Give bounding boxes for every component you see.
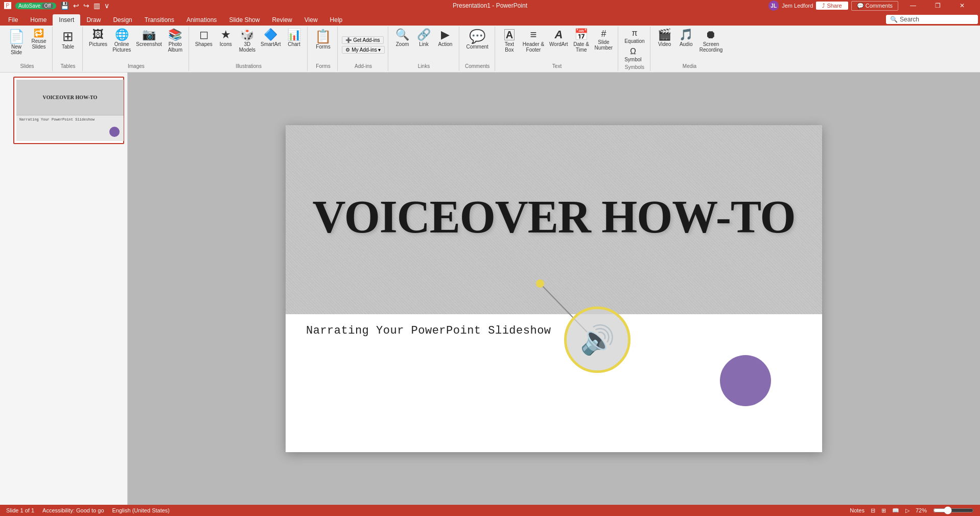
slide-subtitle: Narrating Your PowerPoint Slideshow bbox=[306, 324, 551, 337]
presentation-mode-icon[interactable]: ▥ bbox=[94, 2, 100, 10]
slide-number-button[interactable]: # SlideNumber bbox=[593, 28, 615, 52]
forms-buttons: 📋 Forms bbox=[312, 28, 334, 62]
ribbon-group-comments: 💬 Comment Comments bbox=[460, 27, 495, 71]
tab-slideshow[interactable]: Slide Show bbox=[223, 14, 266, 26]
text-box-button[interactable]: A TextBox bbox=[499, 28, 520, 54]
table-button[interactable]: ⊞ Table bbox=[57, 28, 79, 52]
view-reading-icon[interactable]: 📖 bbox=[892, 507, 899, 514]
new-slide-button[interactable]: 📄 NewSlide bbox=[5, 28, 28, 57]
comment-button[interactable]: 💬 Comment bbox=[463, 28, 492, 52]
restore-button[interactable]: ❐ bbox=[926, 0, 949, 11]
language-status: English (United States) bbox=[112, 507, 170, 513]
text-group-label: Text bbox=[499, 62, 615, 70]
3d-models-button[interactable]: 🎲 3DModels bbox=[237, 28, 258, 54]
slides-buttons: 📄 NewSlide 🔁 ReuseSlides bbox=[5, 28, 49, 62]
view-slide-sorter-icon[interactable]: ⊞ bbox=[881, 507, 886, 514]
comments-button[interactable]: 💬 Comments bbox=[851, 1, 898, 11]
tab-help[interactable]: Help bbox=[324, 14, 349, 26]
slide-thumb-inner: VOICEOVER HOW-TO Narrating Your PowerPoi… bbox=[16, 80, 124, 141]
slide-canvas[interactable]: VOICEOVER HOW-TO Narrating Your PowerPoi… bbox=[286, 125, 822, 452]
zoom-level: 72% bbox=[916, 507, 927, 513]
undo-icon[interactable]: ↩ bbox=[73, 2, 79, 10]
pictures-button[interactable]: 🖼 Pictures bbox=[87, 28, 109, 49]
slide-thumbnail-1[interactable]: VOICEOVER HOW-TO Narrating Your PowerPoi… bbox=[13, 77, 124, 144]
forms-button[interactable]: 📋 Forms bbox=[312, 28, 334, 52]
close-button[interactable]: ✕ bbox=[950, 0, 974, 11]
screen-recording-icon: ⏺ bbox=[705, 29, 716, 40]
screenshot-label: Screenshot bbox=[136, 41, 162, 47]
table-icon: ⊞ bbox=[62, 30, 74, 43]
media-group-label: Media bbox=[655, 62, 725, 70]
share-button[interactable]: ⤴ Share bbox=[816, 2, 848, 10]
redo-icon[interactable]: ↪ bbox=[83, 2, 89, 10]
tab-transitions[interactable]: Transitions bbox=[138, 14, 180, 26]
smartart-button[interactable]: 🔷 SmartArt bbox=[259, 28, 283, 49]
tables-group-label: Tables bbox=[57, 62, 79, 70]
link-icon: 🔗 bbox=[417, 29, 431, 40]
thumb-purple-circle bbox=[109, 127, 120, 137]
zoom-slider[interactable] bbox=[933, 507, 974, 513]
ribbon-group-links: 🔍 Zoom 🔗 Link ▶ Action Links bbox=[389, 27, 459, 71]
minimize-button[interactable]: — bbox=[901, 0, 925, 11]
tab-animations[interactable]: Animations bbox=[180, 14, 223, 26]
screenshot-icon: 📷 bbox=[142, 29, 156, 40]
slide-number-label: SlideNumber bbox=[595, 39, 613, 51]
reuse-slides-button[interactable]: 🔁 ReuseSlides bbox=[29, 28, 49, 51]
get-addins-button[interactable]: ➕ Get Add-ins bbox=[342, 36, 383, 44]
my-addins-button[interactable]: ⚙ My Add-ins ▾ bbox=[342, 46, 384, 54]
window-title: Presentation1 - PowerPoint bbox=[453, 2, 527, 9]
action-label: Action bbox=[438, 41, 453, 47]
tab-design[interactable]: Design bbox=[107, 14, 138, 26]
ribbon-search-box[interactable]: 🔍 Search bbox=[886, 15, 978, 24]
header-footer-button[interactable]: ≡ Header &Footer bbox=[521, 28, 546, 54]
video-label: Video bbox=[658, 41, 671, 47]
icons-icon: ★ bbox=[221, 29, 231, 40]
equation-button[interactable]: π Equation bbox=[622, 28, 646, 45]
audio-label: Audio bbox=[680, 41, 693, 47]
online-pictures-button[interactable]: 🌐 OnlinePictures bbox=[110, 28, 133, 54]
tab-review[interactable]: Review bbox=[266, 14, 298, 26]
comment-label: Comment bbox=[466, 44, 488, 50]
zoom-button[interactable]: 🔍 Zoom bbox=[392, 28, 413, 49]
status-bar: Slide 1 of 1 Accessibility: Good to go E… bbox=[0, 505, 980, 516]
customize-icon[interactable]: ∨ bbox=[104, 2, 109, 10]
icons-button[interactable]: ★ Icons bbox=[216, 28, 236, 49]
view-slideshow-icon[interactable]: ▷ bbox=[905, 507, 909, 514]
shapes-button[interactable]: ◻ Shapes bbox=[193, 28, 215, 49]
view-normal-icon[interactable]: ⊟ bbox=[871, 507, 875, 514]
tab-file[interactable]: File bbox=[2, 14, 24, 26]
video-button[interactable]: 🎬 Video bbox=[655, 28, 675, 49]
slide-number-icon: # bbox=[601, 29, 606, 38]
title-bar: 🅿 AutoSave Off 💾 ↩ ↪ ▥ ∨ Presentation1 -… bbox=[0, 0, 980, 11]
powerpoint-logo-icon: 🅿 bbox=[4, 2, 11, 10]
shapes-icon: ◻ bbox=[199, 29, 208, 40]
photo-album-button[interactable]: 📚 PhotoAlbum bbox=[165, 28, 185, 54]
link-button[interactable]: 🔗 Link bbox=[414, 28, 434, 49]
chart-button[interactable]: 📊 Chart bbox=[284, 28, 304, 49]
wordart-button[interactable]: A WordArt bbox=[547, 28, 570, 49]
illustrations-buttons: ◻ Shapes ★ Icons 🎲 3DModels 🔷 SmartArt 📊… bbox=[193, 28, 305, 62]
table-label: Table bbox=[62, 44, 74, 50]
symbol-button[interactable]: Ω Symbol bbox=[622, 46, 643, 63]
notes-button[interactable]: Notes bbox=[850, 507, 865, 513]
save-icon[interactable]: 💾 bbox=[60, 2, 69, 10]
audio-button[interactable]: 🎵 Audio bbox=[676, 28, 696, 49]
screen-recording-label: ScreenRecording bbox=[699, 41, 723, 53]
tab-view[interactable]: View bbox=[298, 14, 324, 26]
tab-home[interactable]: Home bbox=[24, 14, 53, 26]
action-button[interactable]: ▶ Action bbox=[435, 28, 456, 49]
tab-insert[interactable]: Insert bbox=[53, 14, 80, 26]
forms-icon: 📋 bbox=[315, 30, 331, 43]
tab-draw[interactable]: Draw bbox=[80, 14, 107, 26]
screen-recording-button[interactable]: ⏺ ScreenRecording bbox=[697, 28, 725, 54]
wordart-icon: A bbox=[554, 29, 563, 40]
screenshot-button[interactable]: 📷 Screenshot bbox=[134, 28, 164, 49]
text-buttons: A TextBox ≡ Header &Footer A WordArt 📅 D… bbox=[499, 28, 615, 62]
user-avatar[interactable]: JL bbox=[768, 1, 779, 11]
date-time-button[interactable]: 📅 Date &Time bbox=[571, 28, 592, 54]
autosave-toggle[interactable]: AutoSave Off bbox=[15, 3, 56, 9]
comments-buttons: 💬 Comment bbox=[463, 28, 492, 62]
reuse-slides-icon: 🔁 bbox=[34, 29, 44, 37]
smartart-icon: 🔷 bbox=[264, 29, 277, 40]
shapes-label: Shapes bbox=[195, 41, 213, 47]
